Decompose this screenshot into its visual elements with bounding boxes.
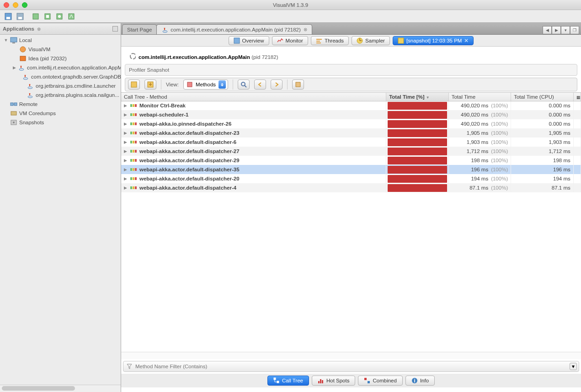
view-tab[interactable]: Monitor bbox=[272, 36, 308, 45]
save-snapshot-icon[interactable] bbox=[3, 12, 14, 21]
view-tab[interactable]: Overview bbox=[229, 36, 269, 45]
column-header[interactable]: Total Time [%]▼ bbox=[386, 93, 449, 101]
nav-forward-icon[interactable] bbox=[271, 79, 283, 90]
tree-item[interactable]: Remote bbox=[0, 100, 121, 109]
thread-icon bbox=[130, 112, 137, 117]
filter-input[interactable] bbox=[135, 364, 576, 369]
disclosure-icon[interactable]: ▶ bbox=[124, 185, 128, 190]
view-tab[interactable]: [snapshot] 12:03:35 PM✕ bbox=[393, 36, 474, 45]
svg-point-17 bbox=[28, 96, 32, 98]
view-select[interactable]: Methods bbox=[183, 79, 228, 90]
table-row[interactable]: ▶webapi-akka.actor.default-dispatcher-35… bbox=[121, 165, 581, 174]
settings-icon[interactable] bbox=[292, 79, 304, 90]
document-tab[interactable]: com.intellij.rt.execution.application.Ap… bbox=[156, 24, 312, 34]
disclosure-icon[interactable]: ▶ bbox=[124, 131, 128, 135]
table-scrollbar[interactable] bbox=[121, 352, 581, 359]
app-snapshot-icon[interactable] bbox=[30, 12, 41, 21]
svg-rect-40 bbox=[130, 104, 132, 107]
column-header[interactable]: Total Time bbox=[448, 93, 511, 101]
search-icon[interactable] bbox=[238, 79, 250, 90]
tree-item[interactable]: VisualVM bbox=[0, 45, 121, 54]
tree-item[interactable]: VM Coredumps bbox=[0, 109, 121, 118]
tree-item[interactable]: ▼Local bbox=[0, 36, 121, 45]
column-header[interactable]: Total Time (CPU) bbox=[511, 93, 574, 101]
panel-title: Applications bbox=[3, 26, 34, 32]
export-icon[interactable] bbox=[144, 79, 156, 90]
svg-rect-64 bbox=[130, 177, 132, 180]
disclosure-icon[interactable]: ▶ bbox=[124, 122, 128, 126]
result-tab[interactable]: Hot Spots bbox=[312, 376, 356, 386]
snapshot-disk-icon bbox=[398, 37, 404, 44]
profiler-snapshot-icon[interactable] bbox=[66, 12, 77, 21]
method-name: webapi-akka.actor.default-dispatcher-6 bbox=[139, 139, 236, 145]
view-tab-label: [snapshot] 12:03:35 PM bbox=[406, 38, 462, 43]
tree-item[interactable]: ▶com.intellij.rt.execution.application.A… bbox=[0, 63, 121, 72]
table-row[interactable]: ▶webapi-scheduler-1490,020 ms(100%)0.000… bbox=[121, 110, 581, 119]
nav-back-icon[interactable] bbox=[254, 79, 266, 90]
filter-dropdown-icon[interactable]: ▾ bbox=[570, 363, 577, 370]
save-icon[interactable] bbox=[128, 79, 140, 90]
disclosure-icon[interactable]: ▶ bbox=[124, 140, 128, 144]
disclosure-icon[interactable]: ▶ bbox=[124, 167, 128, 172]
table-row[interactable]: ▶webapi-akka.io.pinned-dispatcher-26490,… bbox=[121, 119, 581, 128]
table-row[interactable]: ▶webapi-akka.actor.default-dispatcher-20… bbox=[121, 174, 581, 183]
table-row[interactable]: ▶webapi-akka.actor.default-dispatcher-48… bbox=[121, 183, 581, 192]
table-row[interactable]: ▶webapi-akka.actor.default-dispatcher-29… bbox=[121, 156, 581, 165]
table-row[interactable]: ▶webapi-akka.actor.default-dispatcher-23… bbox=[121, 128, 581, 138]
cpu-time: 0.000 ms bbox=[549, 112, 570, 117]
svg-rect-48 bbox=[135, 122, 137, 125]
disclosure-icon[interactable]: ▶ bbox=[124, 103, 128, 108]
tab-dropdown-icon[interactable]: ▾ bbox=[561, 26, 570, 34]
disclosure-icon[interactable]: ▶ bbox=[124, 176, 128, 181]
disclosure-icon[interactable]: ▶ bbox=[124, 158, 128, 163]
window-title: VisualVM 1.3.9 bbox=[273, 2, 308, 8]
tree-item[interactable]: org.jetbrains.plugins.scala.nailgun... bbox=[0, 90, 121, 100]
minimize-icon[interactable] bbox=[13, 2, 18, 8]
thread-icon bbox=[130, 176, 137, 181]
call-tree-table[interactable]: Call Tree - MethodTotal Time [%]▼Total T… bbox=[121, 92, 581, 352]
disclosure-icon[interactable]: ▶ bbox=[13, 65, 16, 70]
disclosure-icon[interactable]: ▶ bbox=[124, 112, 128, 117]
svg-rect-19 bbox=[14, 103, 17, 106]
cpu-time: 1,712 ms bbox=[549, 148, 570, 154]
heap-dump-icon[interactable] bbox=[54, 12, 65, 21]
result-view-tabs: Call TreeHot SpotsCombinediInfo bbox=[121, 374, 581, 387]
zoom-icon[interactable] bbox=[22, 2, 27, 8]
close-icon[interactable] bbox=[4, 2, 9, 8]
result-tab[interactable]: Combined bbox=[358, 376, 402, 386]
tab-close-icon[interactable]: ⊗ bbox=[304, 27, 307, 32]
svg-rect-27 bbox=[316, 41, 320, 42]
tree-item[interactable]: org.jetbrains.jps.cmdline.Launcher bbox=[0, 81, 121, 90]
save-snapshot-alt-icon[interactable] bbox=[15, 12, 26, 21]
result-tab[interactable]: iInfo bbox=[405, 376, 435, 386]
tab-scroll-left-icon[interactable]: ◀ bbox=[543, 26, 552, 34]
sidebar-scrollbar[interactable] bbox=[0, 385, 121, 392]
table-row[interactable]: ▶webapi-akka.actor.default-dispatcher-61… bbox=[121, 138, 581, 147]
applications-tree[interactable]: ▼LocalVisualVMIdea (pid 72032)▶com.intel… bbox=[0, 35, 121, 385]
result-tab[interactable]: Call Tree bbox=[267, 376, 309, 386]
tree-item[interactable]: com.ontotext.graphdb.server.GraphDBServe… bbox=[0, 72, 121, 81]
view-tab[interactable]: Threads bbox=[311, 36, 349, 45]
total-time: 194 ms bbox=[471, 176, 488, 181]
tree-item[interactable]: Idea (pid 72032) bbox=[0, 54, 121, 63]
computer-icon bbox=[10, 37, 17, 43]
svg-rect-76 bbox=[368, 381, 370, 383]
panel-minimize-icon[interactable] bbox=[112, 26, 118, 32]
panel-close-icon[interactable]: ⊗ bbox=[37, 26, 41, 32]
svg-rect-73 bbox=[320, 379, 321, 383]
tree-item[interactable]: Snapshots bbox=[0, 118, 121, 127]
table-row[interactable]: ▶webapi-akka.actor.default-dispatcher-27… bbox=[121, 147, 581, 156]
svg-rect-13 bbox=[20, 56, 26, 61]
disclosure-icon[interactable]: ▼ bbox=[4, 38, 8, 42]
table-row[interactable]: ▶Monitor Ctrl-Break490,020 ms(100%)0.000… bbox=[121, 101, 581, 110]
tab-scroll-right-icon[interactable]: ▶ bbox=[552, 26, 561, 34]
tab-maximize-icon[interactable]: ❐ bbox=[570, 26, 579, 34]
svg-rect-63 bbox=[135, 168, 137, 171]
view-tab[interactable]: Sampler bbox=[352, 36, 390, 45]
view-tab-close-icon[interactable]: ✕ bbox=[464, 37, 469, 44]
document-tab[interactable]: Start Page bbox=[122, 24, 157, 34]
thread-dump-icon[interactable] bbox=[42, 12, 53, 21]
column-config-icon[interactable]: ▦ bbox=[573, 93, 581, 101]
column-header[interactable]: Call Tree - Method bbox=[121, 93, 386, 101]
disclosure-icon[interactable]: ▶ bbox=[124, 149, 128, 154]
